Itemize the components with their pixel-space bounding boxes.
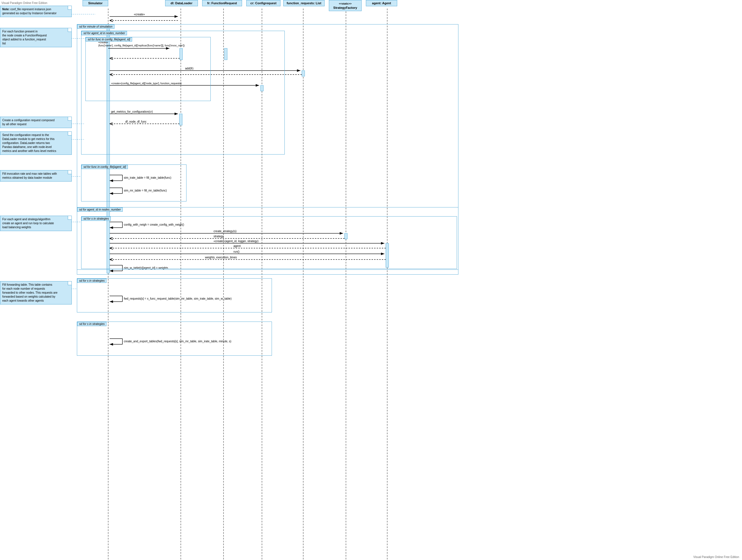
lifeline-cr: cr: Configrequest — [246, 0, 280, 6]
fragment-sd-strategies2: sd for s in strategies — [77, 278, 272, 313]
note-dataloader: Send the configuration request to theDat… — [0, 131, 72, 155]
note-agent-strategy: For each agent and strategy/algorithmcre… — [0, 216, 72, 231]
lifeline-agent: agent: Agent — [366, 0, 397, 6]
note-fill-tables: Fill invocation rate and max rate tables… — [0, 170, 72, 181]
lifeline-fr: fr: FunctionRequest — [202, 0, 242, 6]
svg-text:«create»: «create» — [134, 13, 145, 16]
watermark-bottom: Visual Paradigm Online Free Edition — [693, 555, 739, 559]
lifeline-function-requests: function_requests: List — [283, 0, 325, 6]
fragment-sd-strategies: sd for s in strategies — [81, 216, 457, 269]
note-function-request: For each function present inthe node cre… — [0, 28, 72, 47]
fragment-sd-func-config: sd for func in config_file[agent_id] — [86, 37, 211, 101]
note-conf-file: Note: conf_file represent instance.jsong… — [0, 6, 72, 17]
lifeline-simulator: Simulator — [83, 0, 108, 6]
lifeline-dl: dl: DataLoader — [165, 0, 198, 6]
watermark-top: Visual Paradigm Online Free Edition — [1, 1, 47, 5]
note-forwarding-table: Fill forwarding table. This table contai… — [0, 281, 72, 304]
fragment-sd-strategies3: sd for s in strategies — [77, 322, 272, 356]
fragment-sd-func-config2: sd for func in config_file[agent_id] — [81, 164, 187, 202]
note-config-request: Create a configuration request composedb… — [0, 117, 72, 128]
lifeline-strategy-factory: <<static>> StrategyFactory — [329, 0, 362, 11]
